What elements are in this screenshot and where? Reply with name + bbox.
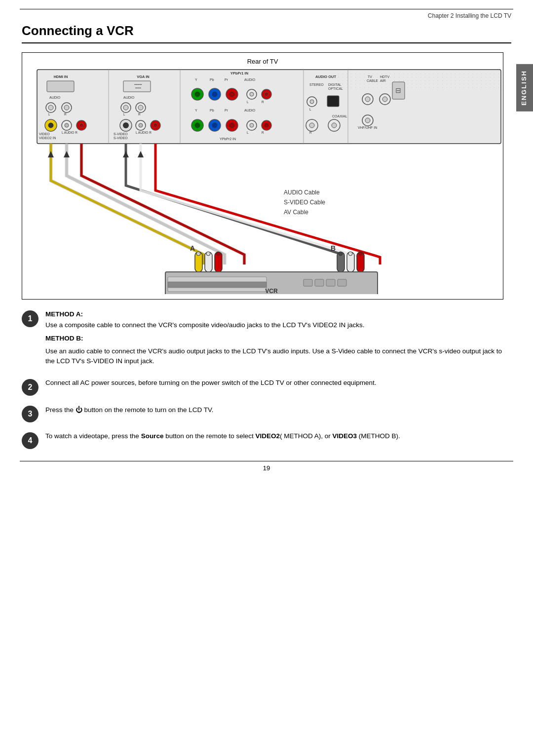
svg-point-59	[250, 92, 254, 96]
svg-text:VIDEO: VIDEO	[39, 132, 50, 136]
svg-text:L AUDIO R: L AUDIO R	[62, 131, 77, 134]
svg-point-94	[332, 123, 337, 128]
connection-diagram: · · · · · · · · · · · · · · · · · · · · …	[32, 67, 506, 294]
svg-text:Pb: Pb	[210, 78, 214, 81]
step-3-content: Press the ⏻ button on the remote to turn…	[45, 405, 511, 418]
svg-text:B: B	[331, 244, 336, 252]
svg-text:L: L	[247, 100, 249, 104]
svg-text:Pb: Pb	[210, 109, 214, 112]
svg-point-105	[365, 118, 370, 123]
svg-text:HDTV: HDTV	[380, 75, 389, 78]
svg-text:OPTICAL: OPTICAL	[328, 87, 343, 90]
svg-point-101	[365, 97, 370, 102]
svg-rect-131	[326, 279, 335, 286]
svg-text:CABLE: CABLE	[367, 79, 378, 82]
svg-rect-88	[327, 96, 339, 107]
svg-point-103	[382, 97, 387, 102]
svg-text:VGA IN: VGA IN	[137, 75, 150, 79]
svg-text:R: R	[262, 100, 264, 104]
svg-text:· · · · · · · · · · · · · · · : · · · · · · · · · · · · · · · · · · · · …	[338, 72, 506, 75]
method-b-label: METHOD B:	[45, 335, 83, 342]
svg-text:Pr: Pr	[225, 109, 228, 112]
svg-point-124	[339, 252, 343, 256]
svg-text:⊟: ⊟	[395, 86, 401, 94]
svg-rect-132	[338, 279, 346, 286]
step-4: 4 To watch a videotape, press the Source…	[22, 431, 511, 449]
svg-text:AUDIO OUT: AUDIO OUT	[315, 75, 337, 79]
svg-text:VCR: VCR	[265, 288, 278, 294]
svg-point-87	[310, 100, 314, 104]
svg-point-55	[212, 92, 217, 97]
svg-text:AUDIO: AUDIO	[244, 109, 256, 112]
diagram-container: · · · · · · · · · · · · · · · · · · · · …	[22, 67, 503, 299]
svg-point-71	[212, 123, 217, 128]
step-2-text: Connect all AC power sources, before tur…	[45, 378, 511, 388]
svg-text:L: L	[48, 113, 50, 116]
svg-point-118	[206, 252, 210, 256]
step-3-text: Press the ⏻ button on the remote to turn…	[45, 405, 511, 415]
svg-point-57	[229, 92, 234, 97]
svg-text:Y: Y	[195, 109, 197, 112]
step-3: 3 Press the ⏻ button on the remote to tu…	[22, 405, 511, 422]
svg-point-14	[64, 105, 69, 110]
svg-text:R: R	[309, 131, 312, 134]
svg-point-11	[48, 105, 53, 110]
svg-text:VIDEO2 IN: VIDEO2 IN	[39, 136, 56, 140]
svg-text:TV: TV	[368, 75, 372, 78]
svg-text:STEREO: STEREO	[309, 83, 324, 86]
svg-point-77	[265, 123, 268, 127]
step-1-content: METHOD A: Use a composite cable to conne…	[45, 309, 511, 369]
svg-text:DIGITAL: DIGITAL	[328, 83, 342, 86]
audio-cable-label: AUDIO Cable	[284, 189, 320, 196]
page-title: Connecting a VCR	[22, 23, 134, 38]
svg-text:L: L	[123, 113, 125, 116]
chapter-title: Chapter 2 Installing the LCD TV	[428, 12, 511, 19]
svg-text:AIR: AIR	[380, 79, 386, 82]
chapter-header: Chapter 2 Installing the LCD TV	[0, 9, 533, 19]
method-a-label: METHOD A:	[45, 309, 511, 319]
step-number-2: 2	[22, 379, 38, 396]
page-number: 19	[0, 464, 533, 472]
svg-text:S-VIDEO: S-VIDEO	[114, 136, 128, 140]
svg-point-126	[358, 252, 362, 256]
svg-text:AUDIO: AUDIO	[49, 96, 61, 99]
svg-rect-129	[304, 279, 312, 286]
svg-text:L AUDIO R: L AUDIO R	[136, 131, 152, 134]
svg-point-125	[348, 252, 352, 256]
svg-text:· · · · · · · · · · · · · · · : · · · · · · · · · · · · · · · · · · · · …	[338, 76, 506, 78]
svg-text:COAXIAL: COAXIAL	[332, 114, 347, 118]
svg-marker-109	[48, 151, 54, 157]
svg-point-35	[138, 105, 143, 110]
svg-point-117	[196, 252, 200, 256]
rear-tv-label: Rear of TV	[22, 58, 503, 65]
svg-point-45	[153, 123, 157, 127]
diagram-area: Rear of TV · · · · · · · · · · · · · · ·…	[22, 52, 503, 300]
language-tab: ENGLISH	[516, 64, 533, 112]
svg-point-119	[216, 252, 220, 256]
svg-text:A: A	[190, 244, 195, 252]
svg-marker-110	[64, 151, 70, 157]
svg-point-69	[195, 123, 200, 128]
svg-text:Pr: Pr	[225, 78, 228, 81]
svg-text:▪▪▪▪▪▪: ▪▪▪▪▪▪	[135, 86, 141, 89]
step-1: 1 METHOD A: Use a composite cable to con…	[22, 309, 511, 369]
svg-text:L: L	[309, 108, 311, 111]
step-number-3: 3	[22, 406, 38, 422]
svg-point-75	[250, 123, 254, 127]
step-number-4: 4	[22, 432, 38, 449]
svideo-cable-label: S-VIDEO Cable	[284, 199, 325, 206]
svg-text:S-VIDEO: S-VIDEO	[114, 132, 128, 136]
svg-text:R: R	[138, 113, 141, 116]
svg-text:Y: Y	[195, 78, 197, 81]
svg-point-32	[123, 105, 128, 110]
svg-point-61	[265, 92, 268, 96]
step-number-1: 1	[22, 310, 38, 327]
step-2-content: Connect all AC power sources, before tur…	[45, 378, 511, 391]
svg-text:· · · · · · · · · · · · · · · : · · · · · · · · · · · · · · · · · · · · …	[338, 82, 506, 85]
svg-text:AUDIO: AUDIO	[123, 96, 135, 99]
svg-point-42	[139, 123, 143, 127]
svg-marker-112	[138, 151, 144, 157]
svg-text:· · · · · · · · · · · · · · · : · · · · · · · · · · · · · · · · · · · · …	[338, 79, 506, 82]
svg-rect-133	[168, 282, 266, 288]
step-2: 2 Connect all AC power sources, before t…	[22, 378, 511, 396]
